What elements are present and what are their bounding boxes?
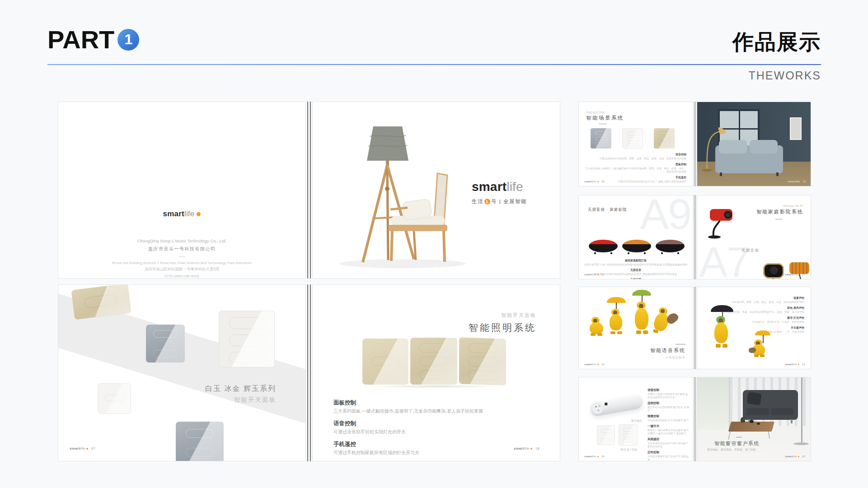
switch-panel-gold (410, 338, 457, 385)
block-title: 手机遥控 (584, 176, 686, 180)
curtain-motor (589, 393, 644, 417)
footer-brand-light: life (524, 446, 529, 451)
switch-panel-gold (362, 339, 408, 385)
lamp-pole (801, 377, 802, 443)
speaker-orange (622, 240, 651, 252)
speaker-stand (772, 279, 774, 279)
curtain-page-right: 智能窗帘窗户系统 窗帘电机、窗帘面板、开窗器、窗户面板 smartlife 20 (697, 377, 811, 461)
duck-feet (610, 331, 615, 334)
panel-sheen (459, 337, 506, 386)
footer-brand-bold: smart (788, 180, 796, 183)
footer-brand-bold: smart (785, 363, 793, 366)
divider-dash (179, 256, 185, 257)
footer-dot-icon (798, 274, 799, 275)
switch-panel-gray-bottom (176, 422, 224, 461)
voice-heading-block: 智能语音系统 小鸟语音助手 (650, 344, 685, 360)
footer-brand-bold: smart (785, 273, 793, 276)
page-footer: smartlife 07 (70, 446, 95, 451)
duck-figurine (634, 302, 650, 336)
block-desc: 三大场景面板,九种模式,一键式触控操作,可轻松实现回家、离家、会客、聚会、影音、… (584, 167, 686, 173)
block-desc: 可通过语音助手轻松实现灯光的开关 (333, 429, 532, 435)
footer-dot-icon (86, 448, 88, 450)
block-title: 手机遥控 (333, 441, 532, 448)
speaker-black (763, 263, 784, 279)
footer-brand-light: life (592, 363, 596, 366)
series-title: 白玉 冰金 辉玉系列 (205, 384, 276, 394)
sofa-cushion (771, 408, 793, 415)
motor-port (605, 402, 608, 405)
table-cup (757, 423, 760, 425)
logo-text-light: life (507, 180, 523, 194)
footer-brand-bold: smart (584, 273, 592, 276)
control-block: 面板控制 三大系列面板,一键式触控操作,直接明了,无复杂功能叠加,老人孩子轻松掌… (333, 399, 532, 414)
control-block: 语音控制 可通过语音助手轻松实现灯光的开关 (333, 420, 532, 435)
duck-feet (591, 333, 596, 336)
block-desc: 可实现回家、离家、会客、聚会、影音、休息、阅读,睡眠模式控制 (714, 301, 804, 304)
motor-button (595, 406, 597, 408)
sofa-leg (791, 419, 793, 423)
page-footer: smartlife 13 (584, 363, 605, 366)
heading-topline (676, 344, 685, 344)
sofa-cushion (746, 408, 769, 415)
footer-page-number: 14 (802, 363, 805, 366)
voice-heading: 智能语音系统 (650, 347, 685, 354)
coffee-table (728, 422, 774, 432)
block-desc: 可通过手机控制家庭所有区域的灯光开与关 (333, 450, 532, 456)
logo-text-light: life (184, 209, 195, 218)
header-divider (47, 64, 821, 65)
series-subtitle: 智能开关面板 (205, 396, 276, 404)
speaker-driver (770, 266, 778, 274)
scene-page-right: smartlife 06 (697, 102, 811, 186)
page-footer: smartlife 20 (785, 455, 805, 458)
logo-text-bold: smart (163, 209, 184, 218)
footer-dot-icon (798, 456, 799, 457)
footer-brand-light: life (796, 180, 800, 183)
duck-feet (723, 344, 727, 348)
block-title: 远程控制 (647, 401, 690, 405)
footer-page-number: 20 (802, 455, 805, 458)
duck-body (635, 308, 648, 330)
footer-brand-light: life (793, 363, 797, 366)
company-name-cn: 重庆市音乐一号科技有限公司 (58, 246, 305, 252)
page-footer: smartlife 19 (584, 455, 605, 458)
theater-brand-line: Domigo A9 A7 (784, 204, 803, 207)
motor-caption: 窗帘电机 (631, 419, 642, 423)
block-title: 面板控制 (584, 163, 686, 167)
block-title: 语音控制 (333, 420, 532, 428)
footer-brand-bold: smart (584, 455, 592, 458)
lamp-base (793, 442, 809, 445)
block-desc: 手动语音控制操作,打开关闭窗帘,窗户 (647, 419, 690, 422)
block-title: 场景面板DIY (584, 186, 686, 186)
sofa-leg (720, 172, 722, 176)
voice-page-right: 场景声控 可实现回家、离家、会客、聚会、影音、休息、阅读,睡眠模式控制 家电·通… (697, 287, 811, 369)
cover-page-left: smartlife ChongQing Song-1 Music Technol… (58, 102, 306, 279)
duck-feet (636, 330, 641, 334)
block-title: 一键开关 (647, 424, 690, 428)
footer-brand-light: life (80, 446, 85, 451)
switch-panel-white (98, 383, 131, 414)
theater-system-heading: 智能家庭影院系统 (756, 209, 803, 215)
switch-panel-white (622, 128, 643, 149)
duck-feet (760, 354, 765, 357)
footer-brand-light: life (592, 273, 596, 276)
control-block: 定时控制 可设定早晨窗帘,窗户自动打开,惬意起床 (647, 451, 690, 461)
footer-page-number: 11 (601, 273, 605, 276)
room-sofa (715, 145, 783, 173)
cover-brand-block: smartlife 生活 1 号 | 全屋智能 (472, 180, 527, 205)
panel-sheen (623, 129, 643, 148)
curtain-subtitle: 窗帘电机、窗帘面板、开窗器、窗户面板 (707, 448, 756, 452)
footer-dot-icon (597, 274, 599, 275)
footer-page-number: 19 (601, 455, 605, 458)
theater-page-left: A9 无损音箱 · 家庭影院 极简家庭影院打造 在客厅或书房,只需一根高清连接线… (578, 195, 693, 279)
part-logo: PART 1 (47, 25, 139, 54)
smartlife-logo-large: smartlife (472, 180, 527, 194)
control-block: 情景控制 手动语音控制操作,打开关闭窗帘,窗户 (647, 414, 690, 422)
footer-brand-light: life (793, 455, 797, 458)
page-footer: smartlife 14 (785, 363, 805, 366)
duck-figurine (751, 339, 769, 358)
page-footer: smartlife 11 (584, 273, 605, 276)
control-block: 语音控制 可通过语音轻松实现回家、离家、会客、聚会、影音、休息、阅读等模式的切换 (584, 153, 686, 160)
switch-panel-ivory (219, 311, 275, 367)
footer-dot-icon (597, 364, 599, 365)
duck-figurine (651, 304, 680, 339)
